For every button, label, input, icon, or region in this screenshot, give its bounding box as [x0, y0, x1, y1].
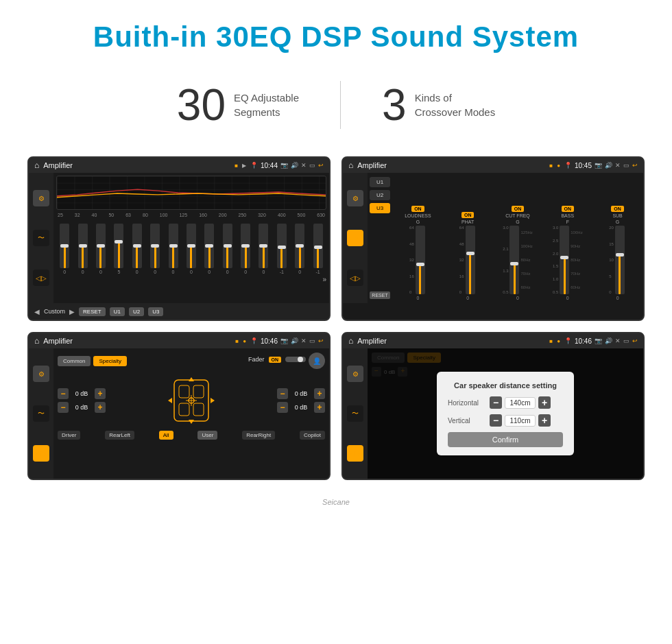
eq-slider-track-12[interactable] — [277, 224, 287, 268]
common-btn[interactable]: Common — [58, 356, 91, 366]
eq-slider-track-6[interactable] — [169, 224, 178, 268]
eq-slider-track-2[interactable] — [96, 224, 106, 268]
crossover-back-icon[interactable]: ↩ — [632, 162, 638, 169]
eq-vol-btn[interactable]: ◁▷ — [33, 270, 49, 286]
distance-tune-btn[interactable]: ⚙ — [347, 366, 363, 382]
channel-slider-v-4[interactable] — [615, 226, 625, 294]
channel-slider-v-3[interactable] — [560, 226, 569, 294]
eq-slider-track-0[interactable] — [60, 224, 69, 268]
close-icon[interactable]: ✕ — [301, 162, 307, 169]
channel-slider-v-1[interactable] — [466, 226, 475, 294]
eq-more-icon[interactable]: » — [322, 276, 326, 283]
eq-desc: EQ Adjustable Segments — [234, 91, 299, 119]
eq-next-btn[interactable]: ▶ — [69, 308, 75, 315]
eq-slider-col-3: 5 — [114, 224, 123, 274]
distance-screen: ⌂ Amplifier ■ ● 📍 10:46 📷 🔊 ✕ ▭ ↩ ⚙ 〜 ◁▷ — [341, 332, 645, 480]
balance-wave-btn[interactable]: 〜 — [33, 405, 49, 422]
eq-u1-btn[interactable]: U1 — [110, 307, 125, 316]
eq-slider-track-7[interactable] — [187, 224, 196, 268]
crossover-reset-btn[interactable]: RESET — [370, 291, 390, 299]
eq-slider-track-3[interactable] — [114, 224, 123, 268]
svg-rect-5 — [193, 403, 204, 416]
rearleft-btn[interactable]: RearLeft — [105, 431, 134, 440]
distance-home-icon[interactable]: ⌂ — [348, 336, 353, 346]
balance-vol-btn[interactable]: ◁▷ — [33, 445, 49, 462]
eq-slider-track-10[interactable] — [241, 224, 250, 268]
channel-on-3[interactable]: ON — [562, 206, 575, 212]
db-minus-3[interactable]: − — [277, 388, 288, 399]
distance-time: 10:46 — [575, 337, 592, 345]
eq-graph — [56, 176, 326, 210]
channel-on-2[interactable]: ON — [512, 206, 525, 212]
distance-close-icon[interactable]: ✕ — [615, 337, 621, 344]
copilot-btn[interactable]: Copilot — [300, 431, 325, 440]
balance-sidebar: ⚙ 〜 ◁▷ — [29, 348, 53, 479]
eq-prev-btn[interactable]: ◀ — [34, 308, 40, 315]
db-row-2: − 0 dB + — [58, 402, 106, 413]
eq-wave-btn[interactable]: 〜 — [33, 230, 49, 246]
balance-home-icon[interactable]: ⌂ — [34, 336, 39, 346]
specialty-btn[interactable]: Specialty — [93, 356, 126, 366]
rearright-btn[interactable]: RearRight — [242, 431, 275, 440]
crossover-vol-btn[interactable]: ◁▷ — [347, 270, 363, 286]
home-icon[interactable]: ⌂ — [34, 160, 39, 170]
user-btn[interactable]: User — [197, 431, 217, 440]
db-minus-1[interactable]: − — [58, 388, 69, 399]
channel-on-0[interactable]: ON — [411, 206, 424, 212]
all-btn[interactable]: All — [159, 431, 173, 440]
crossover-u3-btn[interactable]: U3 — [370, 203, 390, 213]
confirm-button[interactable]: Confirm — [448, 432, 563, 447]
crossover-status-icons: 📍 10:45 📷 🔊 ✕ ▭ ↩ — [564, 162, 638, 169]
db-plus-1[interactable]: + — [95, 388, 106, 399]
fader-slider[interactable] — [285, 357, 306, 362]
distance-back-icon[interactable]: ↩ — [632, 337, 638, 344]
eq-slider-track-11[interactable] — [259, 224, 268, 268]
distance-vol-btn[interactable]: ◁▷ — [347, 445, 363, 462]
eq-slider-track-14[interactable] — [313, 224, 323, 268]
eq-slider-track-1[interactable] — [78, 224, 88, 268]
horizontal-minus-btn[interactable]: − — [490, 396, 502, 409]
crossover-home-icon[interactable]: ⌂ — [348, 160, 353, 170]
vertical-plus-btn[interactable]: + — [538, 414, 551, 427]
db-minus-4[interactable]: − — [277, 402, 288, 413]
crossover-wave-btn[interactable]: 〜 — [347, 230, 363, 246]
eq-tune-btn[interactable]: ⚙ — [33, 190, 49, 206]
eq-u2-btn[interactable]: U2 — [129, 307, 144, 316]
channel-on-4[interactable]: ON — [611, 206, 624, 212]
balance-tune-btn[interactable]: ⚙ — [33, 366, 49, 382]
channel-slider-v-2[interactable] — [509, 226, 519, 294]
eq-reset-btn[interactable]: RESET — [79, 307, 106, 316]
distance-location-icon: 📍 — [564, 337, 572, 344]
balance-back-icon[interactable]: ↩ — [318, 337, 324, 344]
db-plus-3[interactable]: + — [314, 388, 325, 399]
db-plus-4[interactable]: + — [314, 402, 325, 413]
channel-slider-v-0[interactable] — [416, 226, 425, 294]
eq-slider-track-13[interactable] — [295, 224, 304, 268]
back-icon[interactable]: ↩ — [318, 162, 324, 169]
crossover-u2-btn[interactable]: U2 — [370, 190, 390, 200]
balance-close-icon[interactable]: ✕ — [301, 337, 307, 344]
vertical-minus-btn[interactable]: − — [490, 414, 502, 427]
eq-slider-track-4[interactable] — [132, 224, 142, 268]
balance-volume-icon: 🔊 — [291, 337, 298, 344]
channel-on-1[interactable]: ON — [461, 212, 475, 218]
horizontal-value: 140cm — [505, 397, 536, 409]
eq-u3-btn[interactable]: U3 — [148, 307, 163, 316]
db-plus-2[interactable]: + — [95, 402, 106, 413]
distance-wave-btn[interactable]: 〜 — [347, 405, 363, 422]
crossover-close-icon[interactable]: ✕ — [615, 162, 621, 169]
crossover-tune-btn[interactable]: ⚙ — [347, 190, 363, 206]
driver-btn[interactable]: Driver — [58, 431, 80, 440]
eq-slider-track-9[interactable] — [223, 224, 232, 268]
crossover-u1-btn[interactable]: U1 — [370, 177, 390, 187]
vertical-row: Vertical − 110cm + — [448, 414, 563, 427]
eq-screen: ⌂ Amplifier ■ ▶ 📍 10:44 📷 🔊 ✕ ▭ ↩ ⚙ 〜 ◁▷ — [27, 156, 331, 321]
eq-slider-col-9: 0 — [223, 224, 232, 274]
eq-slider-track-5[interactable] — [150, 224, 160, 268]
horizontal-plus-btn[interactable]: + — [538, 396, 551, 409]
eq-slider-track-8[interactable] — [204, 224, 214, 268]
db-minus-2[interactable]: − — [58, 402, 69, 413]
distance-camera-icon: 📷 — [595, 337, 602, 344]
distance-status-icons: 📍 10:46 📷 🔊 ✕ ▭ ↩ — [564, 337, 638, 345]
crossover-rec-icon: ■ — [549, 163, 553, 169]
